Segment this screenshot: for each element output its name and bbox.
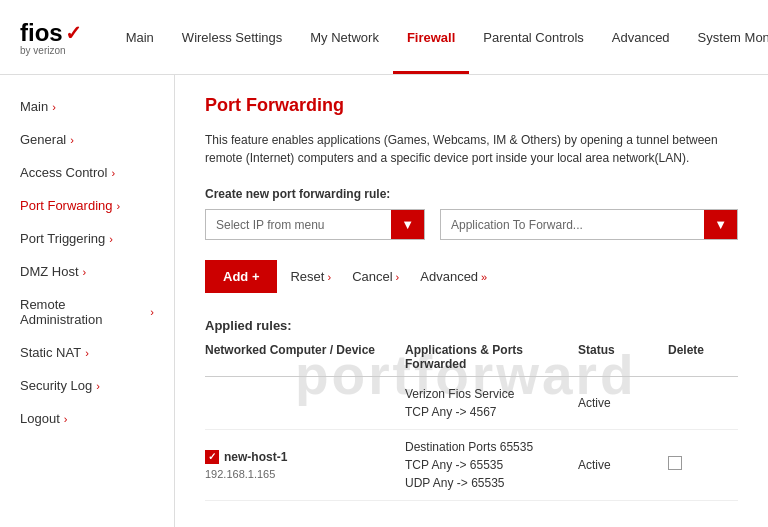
col-header-device: Networked Computer / Device [205,343,405,371]
chevron-right-icon: › [111,167,115,179]
brand-tagline: by verizon [20,45,82,56]
row2-device-ip: 192.168.1.165 [205,466,405,483]
cancel-button[interactable]: Cancel › [344,260,407,293]
main-layout: Main › General › Access Control › Port F… [0,75,768,527]
sidebar-label-port-forwarding: Port Forwarding [20,198,112,213]
sidebar: Main › General › Access Control › Port F… [0,75,175,527]
chevron-right-icon: › [327,271,331,283]
ip-dropdown-arrow: ▼ [391,210,424,239]
chevron-right-icon: › [70,134,74,146]
content-area: portforward Port Forwarding This feature… [175,75,768,527]
table-header: Networked Computer / Device Applications… [205,343,738,377]
col-header-delete: Delete [668,343,738,371]
sidebar-item-logout[interactable]: Logout › [0,402,174,435]
chevron-right-icon: › [116,200,120,212]
brand-logo: fios✓ [20,19,82,47]
ip-dropdown[interactable]: Select IP from menu ▼ [205,209,425,240]
logo: fios✓ by verizon [20,19,82,56]
row1-status: Active [578,394,668,412]
top-navigation: fios✓ by verizon Main Wireless Settings … [0,0,768,75]
sidebar-label-main: Main [20,99,48,114]
row2-device-label: new-host-1 [224,448,287,466]
sidebar-item-security-log[interactable]: Security Log › [0,369,174,402]
page-title: Port Forwarding [205,95,738,116]
nav-item-parental[interactable]: Parental Controls [469,0,597,74]
sidebar-label-general: General [20,132,66,147]
delete-checkbox[interactable] [668,456,682,470]
nav-item-monitoring[interactable]: System Monitoring [684,0,768,74]
brand-check: ✓ [65,21,82,45]
reset-button[interactable]: Reset › [282,260,339,293]
col-header-apps: Applications & Ports Forwarded [405,343,578,371]
nav-item-advanced[interactable]: Advanced [598,0,684,74]
col-header-status: Status [578,343,668,371]
sidebar-label-security-log: Security Log [20,378,92,393]
cancel-label: Cancel [352,269,392,284]
sidebar-label-port-triggering: Port Triggering [20,231,105,246]
table-row: Verizon Fios Service TCP Any -> 4567 Act… [205,377,738,430]
sidebar-item-port-forwarding[interactable]: Port Forwarding › [0,189,174,222]
row2-device-name-wrapper: new-host-1 [205,448,405,466]
content-inner: Port Forwarding This feature enables app… [205,95,738,501]
reset-label: Reset [290,269,324,284]
sidebar-label-logout: Logout [20,411,60,426]
chevron-right-icon: › [396,271,400,283]
page-description: This feature enables applications (Games… [205,131,738,167]
advanced-label: Advanced [420,269,478,284]
chevron-right-icon: › [150,306,154,318]
row2-apps: Destination Ports 65535 TCP Any -> 65535… [405,438,578,492]
chevron-right-icon: › [85,347,89,359]
app-dropdown-arrow: ▼ [704,210,737,239]
sidebar-label-remote-admin: Remote Administration [20,297,146,327]
sidebar-item-port-triggering[interactable]: Port Triggering › [0,222,174,255]
ip-dropdown-text: Select IP from menu [206,211,391,239]
chevron-right-icon: › [96,380,100,392]
row2-delete[interactable] [668,456,738,475]
sidebar-item-access-control[interactable]: Access Control › [0,156,174,189]
app-dropdown-text: Application To Forward... [441,211,704,239]
nav-item-main[interactable]: Main [112,0,168,74]
sidebar-label-static-nat: Static NAT [20,345,81,360]
app-dropdown[interactable]: Application To Forward... ▼ [440,209,738,240]
double-chevron-icon: » [481,271,487,283]
sidebar-item-static-nat[interactable]: Static NAT › [0,336,174,369]
row1-apps: Verizon Fios Service TCP Any -> 4567 [405,385,578,421]
action-buttons: Add + Reset › Cancel › Advanced » [205,260,738,293]
nav-menu: Main Wireless Settings My Network Firewa… [112,0,768,74]
sidebar-item-general[interactable]: General › [0,123,174,156]
chevron-right-icon: › [109,233,113,245]
table-row: new-host-1 192.168.1.165 Destination Por… [205,430,738,501]
applied-rules-label: Applied rules: [205,318,738,333]
sidebar-item-remote-admin[interactable]: Remote Administration › [0,288,174,336]
nav-item-wireless[interactable]: Wireless Settings [168,0,296,74]
chevron-right-icon: › [52,101,56,113]
add-button[interactable]: Add + [205,260,277,293]
sidebar-item-dmz-host[interactable]: DMZ Host › [0,255,174,288]
advanced-button[interactable]: Advanced » [412,260,495,293]
row2-device: new-host-1 192.168.1.165 [205,448,405,483]
row2-status: Active [578,456,668,474]
row2-checkbox[interactable] [205,450,219,464]
chevron-right-icon: › [64,413,68,425]
form-label: Create new port forwarding rule: [205,187,738,201]
sidebar-item-main[interactable]: Main › [0,90,174,123]
brand-name: fios [20,19,63,47]
nav-item-network[interactable]: My Network [296,0,393,74]
nav-item-firewall[interactable]: Firewall [393,0,469,74]
sidebar-label-access-control: Access Control [20,165,107,180]
dropdowns-row: Select IP from menu ▼ Application To For… [205,209,738,240]
chevron-right-icon: › [83,266,87,278]
sidebar-label-dmz-host: DMZ Host [20,264,79,279]
